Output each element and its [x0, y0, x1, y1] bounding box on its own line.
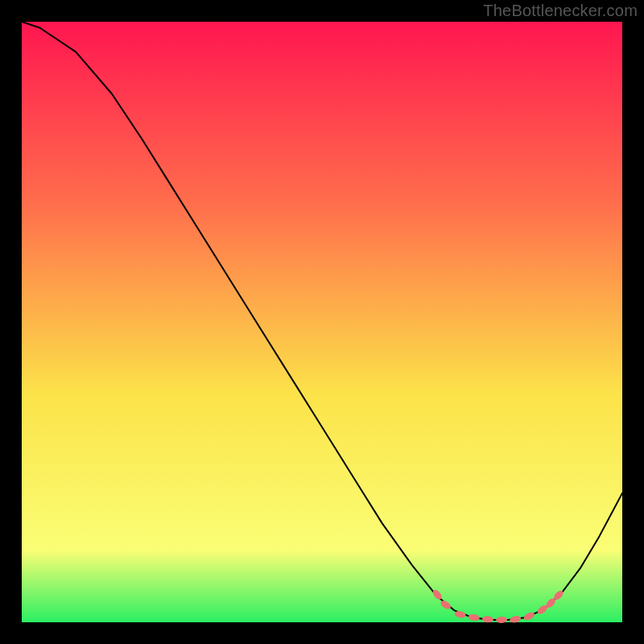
chart-container: { "attribution": "TheBottlenecker.com", … — [0, 0, 644, 644]
chart-gradient-background — [22, 22, 622, 622]
chart-svg — [0, 0, 644, 644]
